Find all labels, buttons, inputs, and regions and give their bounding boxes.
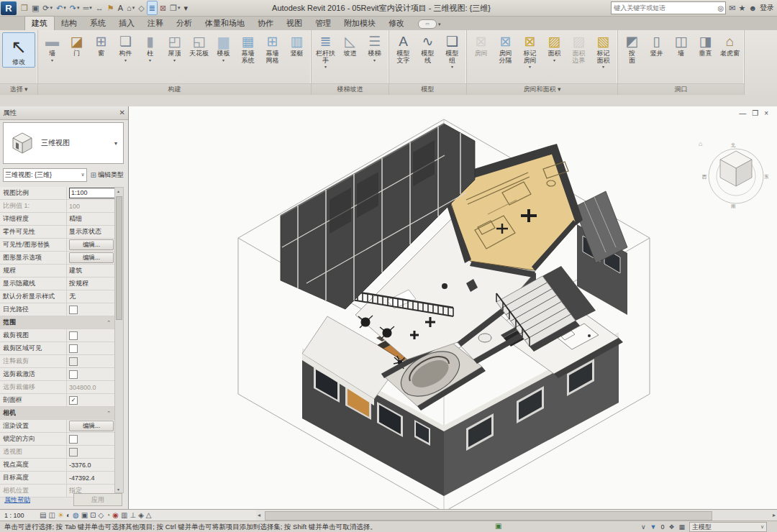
tab-annotate[interactable]: 注释 xyxy=(141,17,170,30)
undo-button[interactable]: ↶▾ xyxy=(55,1,68,14)
viewcube-home-icon[interactable]: ⌂ xyxy=(699,140,702,147)
visibility-graphics-button[interactable]: 编辑... xyxy=(69,239,114,250)
scroll-down-icon[interactable]: ▾ xyxy=(115,487,122,492)
panel-label-select[interactable]: 选择 ▾ xyxy=(0,83,37,95)
prop-row-extents-header[interactable]: 范围⌃ xyxy=(0,316,115,329)
tool-tag-area[interactable]: ▧标记 面积▾ xyxy=(591,32,615,70)
tab-collaborate[interactable]: 协作 xyxy=(251,17,280,30)
revit-logo-icon[interactable]: R xyxy=(1,1,17,15)
tab-systems[interactable]: 系统 xyxy=(83,17,112,30)
checkbox-section-box[interactable]: ✓ xyxy=(69,396,78,405)
tool-model-group[interactable]: ❑模型 组▾ xyxy=(440,32,464,70)
scrollbar-thumb[interactable] xyxy=(116,196,122,320)
checkbox-annotation-crop[interactable] xyxy=(69,357,78,366)
value-text[interactable]: 建筑 xyxy=(69,266,82,275)
value-text[interactable]: 按规程 xyxy=(69,279,88,288)
measure-button[interactable]: ═▾ xyxy=(81,1,93,14)
tool-room-separator[interactable]: ⊠房间 分隔 xyxy=(494,32,517,65)
tool-stair[interactable]: ☰楼梯▾ xyxy=(363,32,386,63)
viewcube-north-label[interactable]: 北 xyxy=(731,142,736,148)
tab-analyze[interactable]: 分析 xyxy=(170,17,199,30)
tool-column[interactable]: ▮柱▾ xyxy=(138,32,162,63)
favorites-icon[interactable]: ★ xyxy=(739,4,746,13)
edit-type-button[interactable]: ⊞ 编辑类型 xyxy=(89,169,125,181)
temp-props-icon[interactable]: ▥ xyxy=(121,510,127,520)
redo-button[interactable]: ↷▾ xyxy=(68,1,81,14)
reveal-hidden-icon[interactable]: ◉ xyxy=(112,510,119,520)
communication-center-icon[interactable]: ✉ xyxy=(729,4,735,13)
scroll-right-icon[interactable]: ▸ xyxy=(773,510,776,520)
tool-tag-room[interactable]: ⊠标记 房间▾ xyxy=(518,32,542,70)
search-input[interactable] xyxy=(612,4,716,12)
hide-isolate-icon[interactable]: ◔ xyxy=(106,510,110,520)
tool-dormer[interactable]: ⌂老虎窗 xyxy=(718,32,742,58)
tool-model-text[interactable]: A模型 文字 xyxy=(391,32,415,65)
tab-manage[interactable]: 管理 xyxy=(309,17,337,30)
shadow-icon[interactable]: ◐ xyxy=(66,510,71,520)
view-scale-control[interactable]: 1 : 100 xyxy=(4,512,37,519)
worksets-icon[interactable]: ❖ xyxy=(668,523,674,531)
design-options-caret-icon[interactable]: ∨ xyxy=(641,523,646,531)
value-text[interactable]: 100 xyxy=(69,203,80,210)
show-crop-icon[interactable]: ⊡ xyxy=(90,510,96,520)
value-text[interactable]: 显示原状态 xyxy=(69,227,101,237)
tool-curtain-system[interactable]: ▦幕墙 系统 xyxy=(236,32,260,65)
checkbox-crop-region-visible[interactable] xyxy=(69,344,78,353)
tool-floor[interactable]: ▆楼板▾ xyxy=(212,32,235,63)
scroll-up-icon[interactable]: ▴ xyxy=(115,188,122,193)
ribbon-minimize-caret-icon[interactable]: ▾ xyxy=(438,22,441,27)
tool-component[interactable]: ❏构件▾ xyxy=(114,32,137,63)
checkbox-crop-view[interactable] xyxy=(69,331,78,340)
tab-massing-site[interactable]: 体量和场地 xyxy=(199,17,251,30)
tool-mullion[interactable]: ▥竖梃 xyxy=(285,32,309,58)
tool-shaft[interactable]: ▯竖井 xyxy=(645,32,668,58)
tool-curtain-grid[interactable]: ⊞幕墙 网格 xyxy=(260,32,284,65)
properties-scrollbar[interactable]: ▴ ▾ xyxy=(114,187,124,493)
tag-by-category-button[interactable]: ⚑ xyxy=(106,1,116,14)
collapse-caret-icon[interactable]: ⌃ xyxy=(106,320,111,326)
apply-button[interactable]: 应用 xyxy=(73,493,122,506)
default-3d-view-button[interactable]: ⌂▾ xyxy=(125,1,136,14)
tab-modify[interactable]: 修改 xyxy=(382,17,411,30)
ribbon-minimize-toggle[interactable]: ▭ xyxy=(418,19,437,29)
checkbox-far-clip-active[interactable] xyxy=(69,370,78,379)
tab-structure[interactable]: 结构 xyxy=(55,17,83,30)
value-text[interactable]: -3376.0 xyxy=(69,462,91,469)
customize-quick-access-button[interactable]: ▾ xyxy=(182,1,189,14)
rendering-settings-button[interactable]: 编辑... xyxy=(69,421,114,431)
thin-lines-button[interactable]: ≣ xyxy=(147,1,158,15)
visual-style-icon[interactable]: ◫ xyxy=(48,510,55,520)
drawing-area[interactable]: 北 东 南 西 ⌂ — ❐ × xyxy=(128,106,777,509)
model-3d-view[interactable]: 北 东 南 西 ⌂ xyxy=(128,106,777,509)
viewcube[interactable]: 北 东 南 西 ⌂ xyxy=(699,140,769,208)
sun-icon[interactable]: ☀ xyxy=(58,510,64,520)
prop-row-camera-header[interactable]: 相机⌃ xyxy=(0,407,115,420)
properties-header[interactable]: 属性 ✕ xyxy=(0,106,128,120)
sign-in-icon[interactable]: ☻ xyxy=(748,4,757,12)
open-button[interactable]: ❒ xyxy=(19,1,29,14)
panel-label-room-area[interactable]: 房间和面积 ▾ xyxy=(467,83,617,95)
filter-icon[interactable]: ▼ xyxy=(650,523,656,531)
sync-button[interactable]: ⟳▾ xyxy=(41,1,54,14)
close-properties-icon[interactable]: ✕ xyxy=(119,106,125,119)
status-doc-icon[interactable]: ▣ xyxy=(495,522,501,530)
lock-view-icon[interactable]: ◇ xyxy=(99,510,104,520)
collapse-caret-icon[interactable]: ⌃ xyxy=(106,411,111,416)
view-scale-input[interactable]: 1:100 xyxy=(69,188,115,198)
save-button[interactable]: ▣ xyxy=(30,1,40,14)
tool-ceiling[interactable]: ◱天花板 xyxy=(187,32,211,58)
section-button[interactable]: ◇ xyxy=(137,1,145,14)
search-icon[interactable]: ◎ xyxy=(717,4,726,12)
active-workset-select[interactable]: 主模型 ∨ xyxy=(689,522,767,532)
switch-windows-button[interactable]: ❐▾ xyxy=(168,1,181,14)
checkbox-perspective[interactable] xyxy=(69,448,78,457)
tool-area-boundary[interactable]: ▨面积 边界 xyxy=(567,32,591,65)
editable-only-icon[interactable]: ▦ xyxy=(678,523,685,531)
minimize-icon[interactable]: — xyxy=(739,109,746,117)
analytical-icon[interactable]: △ xyxy=(146,510,152,520)
crop-icon[interactable]: ▣ xyxy=(81,510,88,520)
graphic-display-options-button[interactable]: 编辑... xyxy=(69,252,114,263)
tool-door[interactable]: ◪门 xyxy=(65,32,88,58)
detail-level-icon[interactable]: ▤ xyxy=(40,510,46,520)
tab-architecture[interactable]: 建筑 xyxy=(24,16,55,30)
